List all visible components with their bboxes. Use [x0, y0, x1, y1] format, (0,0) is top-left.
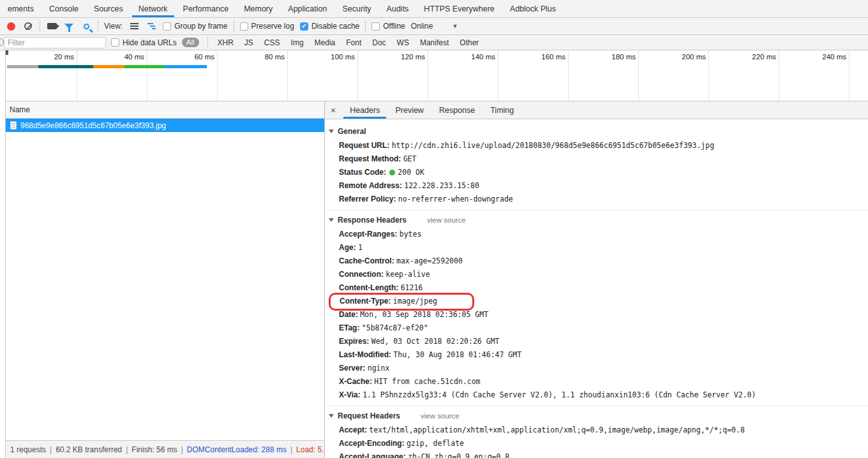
tab-audits[interactable]: Audits [379, 0, 417, 17]
header-name: Connection: [339, 270, 384, 279]
filter-type-media[interactable]: Media [313, 38, 337, 47]
tab-network[interactable]: Network [131, 0, 176, 17]
tab-sources[interactable]: Sources [86, 0, 131, 17]
header-row: Date: Mon, 03 Sep 2018 02:36:05 GMT [325, 308, 868, 321]
checkbox-icon [240, 22, 248, 31]
filter-type-img[interactable]: Img [290, 38, 305, 47]
record-button[interactable] [5, 20, 17, 32]
header-name: X-Cache: [339, 377, 372, 386]
filter-type-manifest[interactable]: Manifest [419, 38, 450, 47]
waterfall-segment-queueing [7, 65, 38, 68]
clear-button[interactable] [22, 20, 34, 32]
checkbox-icon [111, 38, 119, 47]
timeline-tick: 80 ms [218, 50, 288, 101]
tab-ements[interactable]: ements [0, 0, 41, 17]
view-label: View: [104, 22, 123, 31]
view-waterfall-button[interactable] [146, 20, 157, 32]
search-icon [84, 24, 89, 29]
waterfall-segment-dns-lookup [38, 65, 93, 68]
filter-type-js[interactable]: JS [243, 38, 255, 47]
timeline-tick-label: 240 ms [822, 53, 846, 61]
waterfall-icon [147, 23, 156, 29]
timeline-tick: 120 ms [358, 50, 428, 101]
header-name: Accept-Language: [339, 452, 406, 458]
tab-https-everywhere[interactable]: HTTPS Everywhere [416, 0, 502, 17]
collapse-triangle-icon [329, 414, 334, 418]
search-button[interactable] [80, 20, 92, 32]
capture-screenshots-button[interactable] [46, 20, 57, 32]
filter-toggle-button[interactable] [63, 20, 75, 32]
timeline-tick-label: 60 ms [195, 53, 214, 61]
hide-data-urls-checkbox[interactable]: Hide data URLs [111, 38, 177, 47]
header-value: 1.1 PShnzzdx5lg33:4 (Cdn Cache Server V2… [363, 390, 756, 399]
toolbar-separator [40, 20, 40, 32]
preserve-log-checkbox[interactable]: Preserve log [240, 22, 294, 31]
filter-type-other[interactable]: Other [458, 38, 480, 47]
header-value: GET [403, 154, 417, 163]
filter-separator [207, 37, 208, 48]
toolbar-separator [365, 20, 366, 32]
request-name: 968d5e9e866c6951d5c67b05e6e3f393.jpg [20, 121, 166, 130]
throttling-dropdown-icon[interactable]: ▼ [452, 23, 458, 29]
header-value: Mon, 03 Sep 2018 02:36:05 GMT [360, 310, 488, 319]
summary-separator: | [181, 445, 183, 454]
timeline-tick: 20 ms [6, 50, 77, 101]
group-by-frame-checkbox[interactable]: Group by frame [163, 22, 227, 31]
filter-type-all[interactable]: All [182, 38, 199, 47]
view-list-button[interactable] [128, 20, 140, 32]
toolbar-checkbox-group: Group by framePreserve log✓Disable cache… [163, 20, 405, 32]
network-overview[interactable]: 20 ms40 ms60 ms80 ms100 ms120 ms140 ms16… [5, 50, 868, 101]
overview-handle [6, 50, 8, 55]
header-row: Content-Type: image/jpeg [325, 295, 868, 308]
offline-checkbox[interactable]: Offline [371, 22, 405, 31]
filter-type-css[interactable]: CSS [263, 38, 281, 47]
header-value: text/html,application/xhtml+xml,applicat… [369, 425, 745, 434]
summary-item: 1 requests [10, 445, 46, 454]
network-main-split: Name 968d5e9e866c6951d5c67b05e6e3f393.jp… [0, 101, 868, 458]
throttling-select[interactable]: Online [411, 22, 433, 31]
filter-type-xhr[interactable]: XHR [216, 38, 235, 47]
header-value: nginx [368, 364, 390, 373]
tab-security[interactable]: Security [334, 0, 378, 17]
view-source-link[interactable]: view source [421, 412, 460, 420]
checkbox-icon [163, 22, 171, 31]
section-header[interactable]: Response Headersview source [325, 212, 868, 228]
view-source-link[interactable]: view source [427, 216, 466, 224]
header-value: HIT from cache.51cdn.com [374, 377, 480, 386]
name-column-header[interactable]: Name [6, 101, 324, 119]
header-row: Accept-Encoding: gzip, deflate [325, 437, 868, 450]
tab-application[interactable]: Application [280, 0, 334, 17]
timeline-tick: 220 ms [709, 50, 779, 101]
timeline-tick-label: 20 ms [54, 53, 74, 61]
toolbar-separator [234, 20, 234, 32]
details-tab-headers[interactable]: Headers [342, 101, 387, 119]
header-row: Accept-Language: zh-CN,zh;q=0.9,en;q=0.8 [325, 450, 868, 458]
tab-memory[interactable]: Memory [236, 0, 280, 17]
details-tab-preview[interactable]: Preview [387, 101, 431, 119]
section-header[interactable]: General [325, 123, 868, 139]
header-name: Expires: [339, 337, 369, 346]
details-tab-timing[interactable]: Timing [483, 101, 521, 119]
filter-type-doc[interactable]: Doc [371, 38, 387, 47]
section-response-headers: Response Headersview sourceAccept-Ranges… [325, 210, 868, 406]
timeline-tick: 140 ms [428, 50, 498, 101]
header-value: 122.228.233.15:80 [404, 181, 479, 190]
filter-type-font[interactable]: Font [345, 38, 363, 47]
filter-type-ws[interactable]: WS [396, 38, 410, 47]
header-value: zh-CN,zh;q=0.9,en;q=0.8 [408, 452, 509, 458]
camera-icon [47, 23, 57, 29]
toolbar-separator [98, 20, 98, 32]
tab-console[interactable]: Console [41, 0, 86, 17]
header-row: Status Code: 200 OK [325, 166, 868, 179]
disable-cache-checkbox[interactable]: ✓Disable cache [300, 22, 359, 31]
section-header[interactable]: Request Headersview source [325, 408, 868, 424]
tab-adblock-plus[interactable]: Adblock Plus [502, 0, 564, 17]
tab-performance[interactable]: Performance [176, 0, 237, 17]
waterfall-segment-initial-connection [93, 65, 124, 68]
details-tab-response[interactable]: Response [431, 101, 483, 119]
close-details-button[interactable]: × [325, 101, 342, 119]
timeline-tick-label: 200 ms [682, 53, 706, 61]
waterfall-segment-waiting [124, 65, 164, 68]
request-row[interactable]: 968d5e9e866c6951d5c67b05e6e3f393.jpg [6, 119, 324, 132]
filter-input[interactable] [4, 37, 106, 48]
